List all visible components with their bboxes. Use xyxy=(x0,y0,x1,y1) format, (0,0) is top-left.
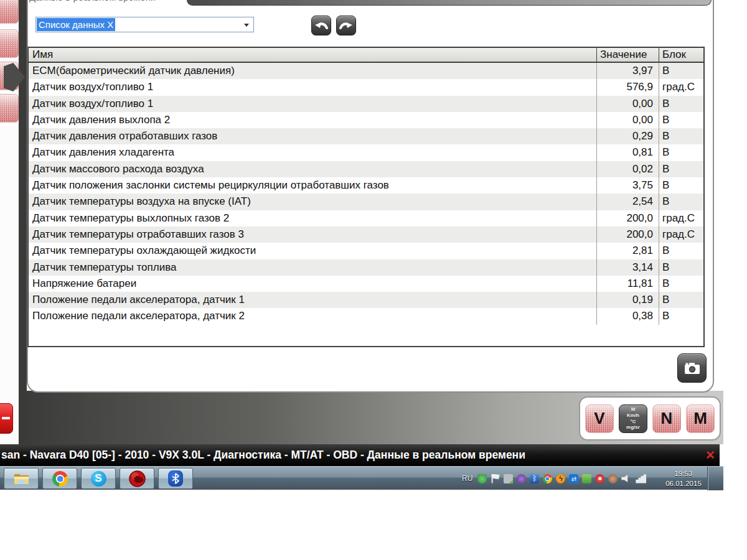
usb-safely-remove-icon[interactable] xyxy=(504,474,513,483)
bluetooth-taskbar-button[interactable] xyxy=(158,468,193,489)
explorer-taskbar-button[interactable] xyxy=(4,468,39,489)
minus-icon xyxy=(2,417,10,419)
n-mode-button[interactable]: N xyxy=(652,404,681,433)
sidebar-divider xyxy=(19,0,27,443)
teamviewer-icon[interactable] xyxy=(569,474,578,483)
bluetooth-icon xyxy=(168,470,183,487)
m-mode-button[interactable]: M xyxy=(686,404,715,433)
param-unit: В xyxy=(659,177,703,194)
table-row[interactable]: Датчик давления отработавших газов 0,29 … xyxy=(29,128,703,144)
column-header-value[interactable]: Значение xyxy=(596,48,659,62)
status-bar-text: san - Navara D40 [05-] - 2010 - V9X 3.0L… xyxy=(1,444,525,466)
action-center-flag-icon[interactable] xyxy=(491,474,500,483)
param-unit: В xyxy=(659,292,703,308)
units-mode-button[interactable]: M Km/h °C mg/sr xyxy=(619,404,647,433)
stop-red-icon[interactable] xyxy=(595,474,604,483)
table-row[interactable]: Датчик температуры топлива 3,14 В xyxy=(29,259,703,276)
skype-taskbar-button[interactable]: S xyxy=(81,468,116,489)
param-value: 200,0 xyxy=(596,226,659,243)
param-value: 0,38 xyxy=(596,308,659,324)
network-signal-icon[interactable] xyxy=(636,474,646,483)
param-value: 2,81 xyxy=(596,243,659,259)
clock-time: 19:53 xyxy=(662,469,705,479)
table-row[interactable]: Положение педали акселератора, датчик 1 … xyxy=(29,292,703,308)
show-desktop-button[interactable] xyxy=(707,467,723,490)
diagnostics-app-taskbar-button[interactable] xyxy=(120,468,154,489)
volume-icon[interactable] xyxy=(621,474,632,483)
param-unit: В xyxy=(659,243,703,259)
voltage-mode-button[interactable]: V xyxy=(585,404,614,433)
param-unit: град.С xyxy=(659,226,703,243)
spybot-icon[interactable] xyxy=(517,474,526,483)
param-name: Датчик воздух/топливо 1 xyxy=(29,79,596,95)
param-value: 3,14 xyxy=(596,259,659,276)
param-value: 0,29 xyxy=(596,128,659,144)
table-row[interactable]: Положение педали акселератора, датчик 2 … xyxy=(29,308,703,324)
param-unit: В xyxy=(659,259,703,276)
close-icon[interactable]: ✕ xyxy=(702,444,718,466)
system-tray: RU xyxy=(462,467,646,490)
chrome-taskbar-button[interactable] xyxy=(42,468,77,489)
minimize-button[interactable] xyxy=(0,403,13,434)
param-value: 200,0 xyxy=(596,210,659,226)
comodo-icon[interactable] xyxy=(608,474,618,483)
sidebar-icon-1[interactable] xyxy=(0,0,19,24)
param-unit: град.С xyxy=(659,79,703,95)
data-list-dropdown[interactable]: Список данных X xyxy=(35,17,254,32)
param-name: Положение педали акселератора, датчик 1 xyxy=(29,292,596,308)
param-name: ECM(барометрический датчик давления) xyxy=(29,63,596,79)
param-value: 576,9 xyxy=(596,79,659,95)
language-indicator[interactable]: RU xyxy=(462,474,472,483)
table-row[interactable]: Датчик температуры выхлопных газов 2 200… xyxy=(29,210,703,226)
chrome-tray-icon[interactable] xyxy=(543,474,552,483)
flash-update-icon[interactable] xyxy=(556,474,565,483)
forward-arrow-icon xyxy=(339,20,353,31)
table-row[interactable]: Датчик давления выхлопа 2 0,00 В xyxy=(29,112,703,128)
table-row[interactable]: Датчик положения заслонки системы рецирк… xyxy=(29,177,703,194)
clock-date: 06.01.2015 xyxy=(662,479,705,489)
chrome-icon xyxy=(52,471,68,487)
status-bar: san - Navara D40 [05-] - 2010 - V9X 3.0L… xyxy=(0,444,720,466)
param-value: 0,81 xyxy=(596,144,659,161)
table-body: ECM(барометрический датчик давления) 3,9… xyxy=(29,63,703,325)
table-row[interactable]: Датчик давления хладагента 0,81 В xyxy=(29,144,703,161)
engine-app-icon xyxy=(129,470,146,487)
param-unit: В xyxy=(659,144,703,161)
cutoff-title: Данные в реальном времени xyxy=(29,0,216,4)
param-value: 0,00 xyxy=(596,96,659,112)
param-name: Датчик температуры отработавших газов 3 xyxy=(29,226,596,243)
notes-icon[interactable] xyxy=(582,474,591,483)
column-header-name[interactable]: Имя xyxy=(29,48,596,62)
table-row[interactable]: Датчик температуры отработавших газов 3 … xyxy=(29,226,703,243)
taskbar-apps: S xyxy=(4,468,193,489)
column-header-unit[interactable]: Блок xyxy=(659,48,703,62)
bluetooth-tray-icon[interactable] xyxy=(530,474,539,483)
sidebar-icon-4[interactable] xyxy=(0,94,19,123)
param-name: Датчик воздух/топливо 1 xyxy=(29,96,596,112)
table-row[interactable]: Датчик температуры воздуха на впуске (IA… xyxy=(29,194,703,210)
dropdown-selected-value: Список данных X xyxy=(37,18,115,31)
top-collapsed-bar xyxy=(187,0,712,6)
taskbar-clock[interactable]: 19:53 06.01.2015 xyxy=(662,469,705,488)
sidebar-icon-2[interactable] xyxy=(0,29,19,58)
param-unit: В xyxy=(659,63,703,79)
forward-button[interactable] xyxy=(336,16,356,35)
table-row[interactable]: Напряжение батареи 11,81 В xyxy=(29,276,703,292)
table-row[interactable]: ECM(барометрический датчик давления) 3,9… xyxy=(29,63,703,79)
table-row[interactable]: Датчик массового расхода воздуха 0,02 В xyxy=(29,161,703,177)
param-name: Датчик давления хладагента xyxy=(29,144,596,161)
back-button[interactable] xyxy=(311,16,331,35)
unit-mode-buttons: V M Km/h °C mg/sr N M xyxy=(579,396,721,441)
snapshot-button[interactable] xyxy=(677,353,707,383)
param-value: 11,81 xyxy=(596,276,659,292)
table-row[interactable]: Датчик температуры охлаждающей жидкости … xyxy=(29,243,703,259)
table-row[interactable]: Датчик воздух/топливо 1 576,9 град.С xyxy=(29,79,703,95)
antivirus-shield-icon[interactable] xyxy=(477,474,487,483)
param-unit: В xyxy=(659,308,703,324)
screen: Данные в реальном времени Список данных … xyxy=(0,0,747,560)
param-value: 0,02 xyxy=(596,161,659,177)
param-value: 0,19 xyxy=(596,292,659,308)
param-name: Датчик давления отработавших газов xyxy=(29,128,596,144)
back-arrow-icon xyxy=(314,20,328,31)
table-row[interactable]: Датчик воздух/топливо 1 0,00 В xyxy=(29,96,703,112)
